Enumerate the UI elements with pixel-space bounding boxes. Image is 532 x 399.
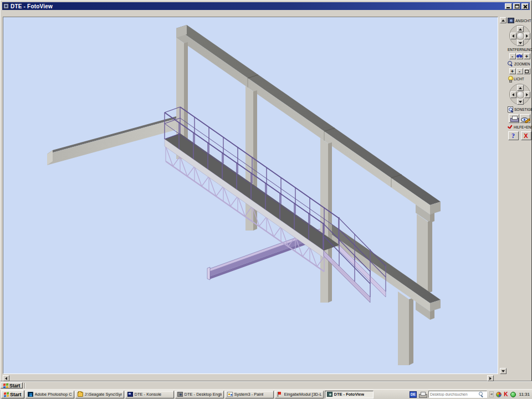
search-icon[interactable]: [479, 392, 484, 397]
section-entfernung: ENTFERNUNG: [508, 48, 531, 52]
ansicht-label: ANSICHT: [515, 19, 531, 23]
console-icon: [127, 392, 133, 397]
start-label: Start: [10, 392, 22, 397]
printer-tray-icon[interactable]: [419, 392, 426, 397]
fotoview-icon: [327, 392, 332, 397]
task-button-konsole[interactable]: DTE - Konsole: [125, 391, 174, 398]
distance-binoculars-button[interactable]: [516, 53, 523, 59]
system-tray: DE « K 11:31: [410, 391, 531, 398]
taskbar-clock[interactable]: 11:31: [518, 392, 530, 397]
tool-panel: ANSICHT ENTFERNUNG - + ZOOMEN: [508, 17, 531, 372]
paint-icon: [227, 392, 233, 397]
folder-icon: [78, 392, 83, 397]
zoom-fit-button[interactable]: [524, 68, 530, 74]
flag-icon: [277, 392, 283, 397]
exit-button[interactable]: X: [521, 131, 531, 140]
task-button-explorer[interactable]: J:\Seagate Sync\SyncRe...: [75, 391, 124, 398]
minimize-button[interactable]: [505, 3, 512, 9]
arrow-left-icon: [512, 93, 514, 96]
entfernung-label: ENTFERNUNG: [508, 48, 532, 52]
task-button-fotoview[interactable]: DTE - FotoView: [325, 391, 374, 398]
help-question-icon: ?: [511, 132, 515, 140]
arrow-down-icon: [519, 42, 522, 44]
task-button-desktop-engineering[interactable]: DTE - Desktop Engineeri...: [175, 391, 224, 398]
camera-icon: [177, 392, 183, 397]
arrow-up-icon: [519, 28, 522, 30]
titlebar[interactable]: DTE - FotoView: [2, 2, 530, 10]
licht-label: LICHT: [514, 77, 524, 81]
task-button-paint[interactable]: System3 - Paint: [225, 391, 274, 398]
maximize-icon: [515, 4, 519, 8]
eye-pen-icon: [521, 116, 529, 122]
fotoview-window: DTE - FotoView: [0, 0, 532, 381]
help-button[interactable]: ?: [508, 131, 519, 140]
arrow-down-icon: [519, 101, 522, 103]
binoculars-icon: [516, 54, 523, 59]
tray-k-icon[interactable]: K: [504, 392, 508, 397]
fit-box-icon: [525, 70, 529, 73]
light-direction-pad: [509, 84, 530, 105]
start-button[interactable]: Start: [1, 390, 24, 398]
vm-start-label: Start: [9, 383, 20, 388]
view-camera-icon: [508, 18, 514, 23]
distance-minus-button[interactable]: -: [509, 53, 516, 59]
language-indicator[interactable]: DE: [410, 391, 417, 398]
magnifier-document-icon: [508, 106, 513, 112]
maximize-button[interactable]: [513, 3, 520, 9]
arrow-right-icon: [526, 93, 528, 96]
light-down-button[interactable]: [517, 99, 524, 105]
check-icon: [508, 125, 513, 130]
search-input[interactable]: [430, 392, 478, 396]
view-pad-center: [516, 32, 524, 40]
arrow-up-icon: [519, 87, 522, 89]
screen: DTE - FotoView: [0, 0, 532, 399]
section-ansicht: ANSICHT: [508, 18, 531, 23]
arrow-up-icon: [502, 19, 505, 22]
photoshop-icon: [28, 392, 33, 397]
tray-color-icon[interactable]: [496, 392, 502, 397]
light-left-button[interactable]: [510, 91, 516, 98]
arrow-down-icon: [502, 370, 505, 372]
scroll-down-button[interactable]: [500, 368, 507, 374]
windows-logo-icon: [4, 392, 9, 397]
sonstiges-label: SONSTIGES: [514, 108, 532, 111]
host-taskbar: Start Adobe Photoshop CS3 E... J:\Seagat…: [0, 389, 532, 399]
printer-icon: [510, 116, 518, 122]
hilfe-ende-label: HILFE+ENDE: [514, 125, 532, 129]
section-sonstiges: SONSTIGES: [508, 106, 531, 112]
view-up-button[interactable]: [517, 26, 524, 32]
view-left-button[interactable]: [510, 33, 516, 39]
view-settings-button[interactable]: [520, 114, 530, 123]
scroll-up-button[interactable]: [500, 17, 507, 23]
exit-x-icon: X: [524, 132, 528, 139]
arrow-right-icon: [526, 34, 528, 38]
print-button[interactable]: [509, 114, 519, 123]
arrow-left-icon: [5, 377, 7, 380]
tray-overflow-chevron[interactable]: «: [489, 391, 494, 397]
light-up-button[interactable]: [517, 85, 524, 91]
window-title: DTE - FotoView: [11, 3, 53, 9]
arrow-right-icon: [489, 377, 492, 380]
distance-plus-button[interactable]: +: [524, 53, 530, 59]
zoom-out-button[interactable]: -: [516, 68, 523, 74]
task-button-photoshop[interactable]: Adobe Photoshop CS3 E...: [25, 391, 74, 398]
scroll-right-button[interactable]: [487, 375, 494, 381]
desktop-search-box: [428, 391, 487, 398]
tray-green-icon[interactable]: [510, 392, 516, 397]
viewport-3d[interactable]: [3, 17, 498, 374]
taskbar-divider: [24, 383, 25, 388]
scroll-left-button[interactable]: [3, 375, 9, 381]
task-button-eingabemodul[interactable]: EingabeModul [3D-Laufst...: [275, 391, 324, 398]
light-right-button[interactable]: [524, 91, 530, 98]
light-pad-center: [516, 91, 524, 99]
section-zoomen: ZOOMEN: [508, 61, 531, 66]
arrow-left-icon: [512, 34, 514, 38]
zoom-in-button[interactable]: +: [509, 68, 516, 74]
magnifier-icon: [508, 61, 513, 66]
section-hilfe-ende: HILFE+ENDE: [508, 125, 531, 130]
light-bulb-icon: [508, 76, 513, 82]
close-button[interactable]: [521, 3, 529, 9]
vm-start-button[interactable]: Start: [1, 382, 23, 388]
view-down-button[interactable]: [517, 40, 524, 46]
view-right-button[interactable]: [524, 33, 530, 39]
